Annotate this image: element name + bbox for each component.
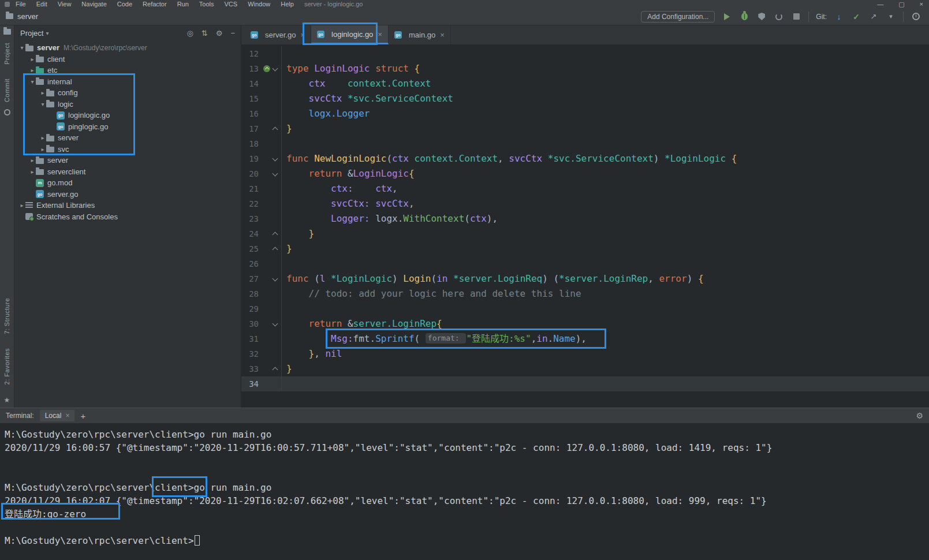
settings-gear-icon[interactable]: ⚙ [216,29,223,38]
fold-end-icon[interactable] [273,121,278,136]
code-text[interactable]: Logger: logx.WithContext(ctx), [282,211,498,226]
terminal-tab-local[interactable]: Local× [40,410,75,421]
code-text[interactable] [282,136,286,151]
code-text[interactable]: type LoginLogic struct { [282,61,420,76]
stop-icon[interactable] [791,12,801,22]
editor-tab-main-go[interactable]: gomain.go× [389,25,451,44]
line-number[interactable]: 24 [241,226,259,241]
git-commit-icon[interactable] [851,12,861,22]
tree-item-logic[interactable]: ▾logic [14,99,241,110]
close-tab-icon[interactable]: × [440,31,445,39]
editor-gutter[interactable]: 18 [241,136,282,151]
git-push-icon[interactable] [868,12,879,22]
code-text[interactable]: logx.Logger [282,106,370,121]
chevron-collapsed-icon[interactable]: ▸ [18,202,25,208]
editor-tab-server-go[interactable]: goserver.go× [245,25,311,44]
chevron-collapsed-icon[interactable]: ▸ [39,135,46,141]
line-number[interactable]: 13 [241,61,259,76]
line-number[interactable]: 27 [241,271,259,286]
editor-gutter[interactable]: 34 [241,376,282,391]
editor-gutter[interactable]: 20 [241,166,282,181]
chevron-expanded-icon[interactable]: ▾ [18,44,25,51]
implements-gutter-icon[interactable] [263,65,270,72]
tree-item-client[interactable]: ▸client [14,54,241,65]
line-number[interactable]: 21 [241,181,259,196]
editor-gutter[interactable]: 27 [241,271,282,286]
toolbar-project-name[interactable]: server [17,12,38,21]
terminal-settings-gear-icon[interactable]: ⚙ [916,411,923,420]
line-number[interactable]: 17 [241,121,259,136]
line-number[interactable]: 32 [241,346,259,361]
code-text[interactable]: } [282,121,292,136]
chevron-collapsed-icon[interactable]: ▸ [39,89,46,96]
fold-start-icon[interactable] [273,271,278,286]
menu-view[interactable]: View [58,1,72,8]
editor-gutter[interactable]: 16 [241,106,282,121]
line-number[interactable]: 31 [241,331,259,346]
line-number[interactable]: 30 [241,316,259,331]
profiler-icon[interactable] [774,12,784,22]
tree-item-scratches-and-consoles[interactable]: Scratches and Consoles [14,211,241,223]
chevron-collapsed-icon[interactable]: ▸ [29,67,36,73]
line-number[interactable]: 19 [241,151,259,166]
commit-tool-icon[interactable] [4,109,10,115]
line-number[interactable]: 25 [241,241,259,256]
editor-gutter[interactable]: 28 [241,286,282,301]
chevron-expanded-icon[interactable]: ▾ [29,79,36,85]
hide-panel-icon[interactable]: − [230,29,235,38]
code-text[interactable] [282,376,286,391]
close-tab-icon[interactable]: × [300,31,305,39]
chevron-collapsed-icon[interactable]: ▸ [39,146,46,152]
line-number[interactable]: 34 [241,376,259,391]
maximize-icon[interactable]: ▢ [898,0,904,8]
favorites-star-icon[interactable]: ★ [4,396,10,404]
fold-start-icon[interactable] [273,166,278,181]
code-text[interactable] [282,46,286,61]
line-number[interactable]: 22 [241,196,259,211]
editor-gutter[interactable]: 31 [241,331,282,346]
tree-item-server[interactable]: ▸server [14,155,241,166]
menu-refactor[interactable]: Refactor [143,1,167,8]
code-text[interactable]: func NewLoginLogic(ctx context.Context, … [282,151,737,166]
tree-item-pinglogic-go[interactable]: gopinglogic.go [14,121,241,133]
tree-item-serverclient[interactable]: ▸serverclient [14,166,241,178]
chevron-collapsed-icon[interactable]: ▸ [29,157,36,163]
line-number[interactable]: 20 [241,166,259,181]
tree-item-svc[interactable]: ▸svc [14,144,241,155]
close-tab-icon[interactable]: × [65,412,69,420]
editor-gutter[interactable]: 23 [241,211,282,226]
menu-tools[interactable]: Tools [199,1,214,8]
line-number[interactable]: 26 [241,256,259,271]
line-number[interactable]: 18 [241,136,259,151]
tree-item-go-mod[interactable]: mgo.mod [14,177,241,189]
chevron-collapsed-icon[interactable]: ▸ [29,56,36,62]
debug-icon[interactable] [739,12,749,22]
tree-item-etc[interactable]: ▸etc [14,65,241,76]
editor-gutter[interactable]: 22 [241,196,282,211]
code-text[interactable]: } [282,226,314,241]
tree-item-external-libraries[interactable]: ▸External Libraries [14,200,241,211]
editor-gutter[interactable]: 25 [241,241,282,256]
menu-edit[interactable]: Edit [36,1,47,8]
menu-run[interactable]: Run [177,1,189,8]
fold-start-icon[interactable] [273,61,278,76]
menu-code[interactable]: Code [117,1,132,8]
editor-gutter[interactable]: 14 [241,76,282,91]
editor-gutter[interactable]: 33 [241,361,282,376]
toolbar-project[interactable]: server [6,12,38,21]
line-number[interactable]: 33 [241,361,259,376]
editor-gutter[interactable]: 29 [241,301,282,316]
menu-file[interactable]: File [16,1,26,8]
run-icon[interactable] [722,12,732,22]
editor-gutter[interactable]: 30 [241,316,282,331]
git-update-icon[interactable] [834,12,844,22]
editor-gutter[interactable]: 15 [241,91,282,106]
tool-button-commit[interactable]: Commit [3,79,10,102]
recent-clock-icon[interactable] [911,12,921,22]
code-text[interactable] [282,256,286,271]
fold-start-icon[interactable] [273,151,278,166]
code-text[interactable] [282,301,286,316]
code-text[interactable]: func (l *LoginLogic) Login(in *server.Lo… [282,271,704,286]
line-number[interactable]: 15 [241,91,259,106]
project-tool-icon[interactable] [3,29,11,35]
